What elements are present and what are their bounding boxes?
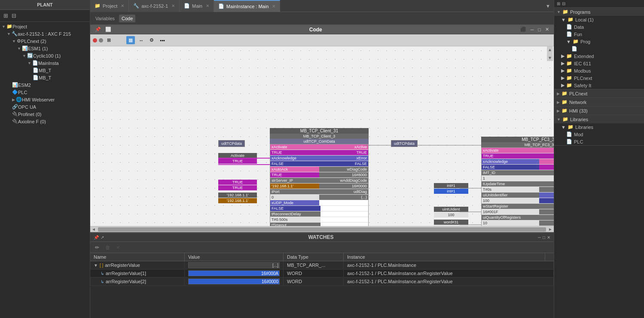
tab-close-main[interactable]: ✕ (206, 3, 209, 8)
tree-item-profinet[interactable]: 🔌 Profinet (0) (0, 110, 90, 118)
client-subheader: MB_TCP_Client_3 (270, 134, 369, 139)
right-tree: ▼ 📁 Programs ▼ 📁 Local (1) 📄 Data 📄 Fun (554, 8, 644, 318)
sub-toolbar: Variables Code (90, 12, 554, 25)
rtree-section-header-network[interactable]: ▶ 📁 Network (554, 98, 644, 106)
rtree-section-header-plcnext[interactable]: ▶ 📁 PLCnext (554, 89, 644, 98)
tab-more-btn[interactable]: ▼ (542, 3, 554, 9)
tree-item-plcnext[interactable]: ▼ ⚙ PLCnext (2) (0, 37, 90, 45)
col-header-scroll (545, 253, 554, 261)
variables-tab-btn[interactable]: Variables (93, 15, 117, 22)
watches-title: WATCHES (104, 234, 538, 240)
input-true-autoack: TRUE TRUE (218, 180, 257, 190)
watches-close-btn[interactable]: ✕ (547, 235, 550, 240)
value-bar-text-arr1: 16#000A (261, 271, 278, 277)
vscroll-bar[interactable]: ▲ ▼ (547, 46, 553, 61)
tab-bar: 📁 Project ✕ 🔧 axc-f-2152-1 ✕ 📄 Main ✕ 📄 … (90, 0, 554, 12)
rtree-fun[interactable]: 📄 Fun (554, 31, 644, 38)
rtree-libraries-folder[interactable]: ▼ 📁 Libraries (554, 123, 644, 131)
watches-edit-btn[interactable]: ✏ (93, 244, 101, 251)
maximize-btn[interactable]: □ (537, 26, 542, 33)
safety-label: Safety It (574, 83, 591, 88)
tree-item-plc[interactable]: 🔷 PLC (0, 89, 90, 96)
rtree-data[interactable]: 📄 Data (554, 23, 644, 31)
fc3-val-wadddiag: 16#0000 (539, 220, 554, 226)
tree-item-mbt1[interactable]: 📄 MB_T (0, 67, 90, 74)
tab-main[interactable]: 📄 Main ✕ (180, 0, 214, 12)
rtree-plcnext-inner[interactable]: ▶ 📁 PLCnext (554, 74, 644, 82)
fc3-row-6b: 16#001F 16#8000 (482, 209, 554, 215)
vscroll-down[interactable]: ▼ (547, 55, 553, 61)
tree-item-maininsta[interactable]: ▼ 📄 MainInsta (0, 59, 90, 67)
watches-maximize-btn[interactable]: □ (543, 235, 545, 240)
tab-icon: 📄 (184, 3, 190, 9)
expand-arrow-arr[interactable]: ▼ (94, 263, 98, 268)
restore-btn[interactable]: ⬛ (519, 26, 528, 33)
sidebar-expand-btn[interactable]: ⊞ (3, 12, 9, 20)
tab-axc[interactable]: 🔧 axc-f-2152-1 ✕ (129, 0, 180, 12)
rtree-prog[interactable]: ▼ 📁 Prog (554, 38, 644, 45)
tree-item-mbt2[interactable]: 📄 MB_T (0, 74, 90, 81)
rtree-prog-file[interactable]: 📄 (554, 45, 644, 52)
word31-label: word#31 (434, 220, 468, 225)
hscroll-right[interactable]: ► (547, 227, 554, 232)
rtree-plclib[interactable]: 📄 PLC (554, 138, 644, 145)
tree-arrow: ▼ (27, 61, 31, 65)
tree-item-opcua[interactable]: 🔗 OPC UA (0, 103, 90, 110)
client-row-3: xAutoAck wDiagCode (270, 167, 368, 172)
tab-project[interactable]: 📁 Project ✕ (90, 0, 129, 12)
tab-label: Main (192, 3, 202, 9)
tree-item-axioline[interactable]: 🔌 Axioline F (0) (0, 118, 90, 125)
rtree-mod[interactable]: 📄 Mod (554, 131, 644, 138)
rtree-section-header-libraries[interactable]: ▼ 📁 Libraries (554, 115, 644, 123)
tree-item-esm1[interactable]: ▼ 📊 ESM1 (1) (0, 45, 90, 52)
tab-close-project[interactable]: ✕ (121, 3, 124, 8)
val-xudp: FALSE (270, 206, 320, 211)
hscroll-thumb[interactable] (98, 227, 546, 232)
rtree-modbus[interactable]: ▶ 📁 Modbus (554, 67, 644, 74)
fc3-pin-xndr: xNDR (539, 159, 554, 164)
tree-item-project[interactable]: ▼ 📁 Project (0, 23, 90, 30)
watches-float-btn[interactable]: ↗ (101, 235, 104, 240)
rtree-safety[interactable]: ▶ 📁 Safety It (554, 82, 644, 89)
connect-btn[interactable]: ↔ (137, 37, 146, 44)
fun-file-icon: 📄 (566, 31, 572, 37)
pin-btn[interactable]: 📌 (94, 26, 102, 33)
canvas-area[interactable]: udtTCPdata Activate TRUE TRUE TRUE '192.… (90, 46, 554, 226)
code-tab-btn[interactable]: Code (119, 15, 135, 22)
tree-label: MB_T (39, 68, 51, 73)
vscroll-up[interactable]: ▲ (547, 46, 553, 53)
tab-close-axc[interactable]: ✕ (171, 3, 175, 8)
status-red-indicator (93, 38, 97, 43)
hscroll-left[interactable]: ◄ (90, 227, 97, 232)
watches-minimize-btn[interactable]: ─ (538, 235, 541, 240)
minimize-btn[interactable]: ─ (529, 26, 535, 33)
rtree-extended[interactable]: ▶ 📁 Extended (554, 52, 644, 60)
watches-pin-btn[interactable]: 📌 (94, 235, 99, 240)
tree-item-hmi[interactable]: ▶ 🌐 HMI Webserver (0, 96, 90, 103)
tree-item-esm2[interactable]: 📊 ESM2 (0, 81, 90, 89)
programs-folder-icon: 📁 (562, 9, 568, 15)
hmi-icon: 🌐 (16, 97, 22, 102)
tree-item-cyclic[interactable]: ▼ 🔄 Cyclic100 (1) (0, 52, 90, 59)
tab-close-maininst[interactable]: ✕ (272, 4, 275, 9)
watches-clear-btn[interactable]: × (114, 244, 122, 251)
tab-maininst[interactable]: 📄 MainInstance : Main ✕ (214, 0, 280, 12)
watches-delete-btn[interactable]: 🗑 (103, 244, 113, 251)
right-collapse-btn[interactable]: ⊟ (562, 1, 565, 6)
rtree-section-header-programs[interactable]: ▼ 📁 Programs (554, 8, 644, 16)
ladder-btn[interactable]: ⊞ (105, 36, 113, 44)
float-btn[interactable]: ⬜ (104, 26, 113, 33)
sidebar-collapse-btn[interactable]: ⊟ (11, 12, 17, 20)
close-code-btn[interactable]: ✕ (544, 26, 550, 33)
more-btn[interactable]: ••• (158, 37, 167, 44)
rtree-iec[interactable]: ▶ 📁 IEC 611 (554, 60, 644, 67)
rtree-local[interactable]: ▼ 📁 Local (1) (554, 16, 644, 23)
grid-btn[interactable]: ▦ (126, 36, 135, 44)
input-int1: int#1 int#1 (434, 183, 468, 194)
function-btn[interactable]: ⚙ (147, 36, 156, 44)
rtree-section-header-hmi[interactable]: ▶ 📁 HMI (33) (554, 107, 644, 115)
tab-label: MainInstance : Main (226, 4, 269, 9)
right-expand-btn[interactable]: ⊞ (557, 1, 560, 6)
tree-item-axc[interactable]: ▼ 🔧 axc-f-2152-1 : AXC F 215 (0, 30, 90, 37)
file-icon: 📄 (33, 75, 39, 80)
